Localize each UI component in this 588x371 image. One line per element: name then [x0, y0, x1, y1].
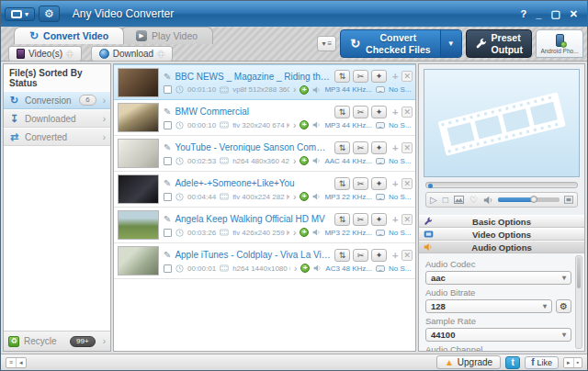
audio-bitrate-select[interactable]: 128 ▾ [425, 299, 552, 313]
tab-convert-video[interactable]: ↻ Convert Video [14, 27, 124, 44]
trim-button[interactable]: ✂ [353, 249, 368, 262]
transfer-button[interactable]: ⇅ [334, 249, 350, 262]
stop-button[interactable]: □ [442, 195, 449, 205]
transfer-button[interactable]: ⇅ [334, 177, 350, 190]
bitrate-settings-button[interactable]: ⚙ [556, 299, 571, 313]
add-task-icon[interactable]: + [300, 264, 310, 273]
convert-checked-files-button[interactable]: ↻ Convert Checked Files ▼ [340, 29, 461, 58]
app-menu-button[interactable]: ▾ [5, 7, 35, 21]
rename-icon[interactable]: ✎ [164, 142, 171, 152]
video-thumbnail[interactable] [118, 210, 159, 240]
twitter-button[interactable]: t [505, 356, 520, 369]
transfer-button[interactable]: ⇅ [334, 70, 350, 83]
file-row[interactable]: ✎ YouTube - Veronique Sanson Comme je l'… [114, 136, 415, 172]
effects-button[interactable]: ✦ [371, 249, 387, 262]
expand-chevron-icon[interactable]: › [293, 156, 296, 166]
volume-button[interactable] [482, 196, 494, 205]
row-checkbox[interactable] [164, 157, 172, 165]
add-icon[interactable]: + [392, 178, 398, 189]
effects-button[interactable]: ✦ [371, 141, 387, 154]
expand-chevron-icon[interactable]: › [294, 264, 297, 274]
add-task-icon[interactable]: + [300, 120, 309, 129]
file-row[interactable]: ✎ Adele+-+Someone+Like+You ⇅ ✂ ✦ + ✕ 00:… [114, 172, 415, 208]
panel-icon[interactable]: ▪ [573, 358, 582, 367]
add-icon[interactable]: + [392, 214, 398, 225]
options-scrollbar[interactable] [575, 255, 582, 349]
effects-button[interactable]: ✦ [371, 177, 387, 190]
section-basic-options[interactable]: Basic Options [419, 215, 584, 228]
row-checkbox[interactable] [164, 264, 172, 273]
trim-button[interactable]: ✂ [353, 106, 368, 118]
settings-button[interactable]: ⚙ [39, 6, 60, 22]
facebook-like-button[interactable]: f Like [525, 356, 559, 369]
close-button[interactable]: ✕ [570, 8, 578, 20]
preset-output-button[interactable]: Preset Output [466, 29, 532, 58]
collapse-left-icon[interactable]: ◂ [16, 358, 26, 367]
row-checkbox[interactable] [164, 85, 172, 94]
row-checkbox[interactable] [164, 121, 172, 129]
expand-chevron-icon[interactable]: › [293, 228, 296, 238]
minimize-button[interactable]: _ [536, 8, 541, 20]
seek-bar[interactable] [425, 182, 578, 188]
sample-rate-select[interactable]: 44100 ▾ [425, 328, 571, 342]
sidebar-item-converted[interactable]: ⇄ Converted › [4, 128, 110, 146]
file-row[interactable]: ✎ Apple iTunes - Coldplay - Viva La Vida… [114, 243, 415, 279]
rename-icon[interactable]: ✎ [164, 107, 171, 117]
sidebar-item-conversion[interactable]: ↻ Conversion 6 › [4, 91, 110, 109]
sidebar-item-downloaded[interactable]: ↧ Downloaded › [4, 109, 110, 128]
download-button[interactable]: Download + [91, 46, 173, 62]
convert-dropdown[interactable]: ▼ [440, 30, 461, 57]
volume-slider[interactable] [498, 197, 560, 202]
section-video-options[interactable]: Video Options [419, 228, 584, 241]
seek-handle[interactable] [428, 184, 433, 188]
view-mode-button[interactable]: ▾ ≡ [317, 36, 336, 51]
effects-button[interactable]: ✦ [371, 213, 387, 226]
video-preview-area[interactable] [424, 69, 580, 177]
effects-button[interactable]: ✦ [371, 106, 387, 118]
row-checkbox[interactable] [164, 193, 172, 201]
expand-chevron-icon[interactable]: › [293, 192, 296, 202]
rename-icon[interactable]: ✎ [164, 72, 171, 82]
upgrade-button[interactable]: ▲ Upgrade [436, 355, 501, 369]
remove-icon[interactable]: ✕ [401, 250, 413, 261]
sidebar-item-recycle[interactable]: ♻ Recycle 99+ › [4, 331, 110, 351]
remove-icon[interactable]: ✕ [401, 214, 413, 225]
transfer-button[interactable]: ⇅ [334, 141, 350, 154]
add-icon[interactable]: + [392, 250, 398, 261]
help-button[interactable]: ? [521, 8, 527, 20]
video-thumbnail[interactable] [118, 174, 159, 204]
remove-icon[interactable]: ✕ [401, 178, 413, 189]
rename-icon[interactable]: ✎ [164, 178, 171, 188]
tab-play-video[interactable]: ▶ Play Video [120, 27, 213, 44]
rename-icon[interactable]: ✎ [164, 214, 171, 224]
convert-main[interactable]: ↻ Convert Checked Files [341, 30, 440, 57]
output-profile-button[interactable]: Android Pho... [536, 29, 583, 58]
add-task-icon[interactable]: + [300, 156, 309, 165]
add-videos-button[interactable]: Video(s) + [8, 46, 82, 62]
trim-button[interactable]: ✂ [353, 70, 368, 83]
video-thumbnail[interactable] [118, 103, 159, 132]
file-row[interactable]: ✎ Angela Keep Walking Official HD MV ⇅ ✂… [114, 208, 415, 243]
snapshot-button[interactable] [453, 196, 465, 204]
maximize-button[interactable]: ▢ [550, 8, 560, 20]
expand-right-icon[interactable]: ▸ [564, 358, 573, 367]
add-task-icon[interactable]: + [300, 228, 309, 237]
row-checkbox[interactable] [164, 229, 172, 237]
remove-icon[interactable]: ✕ [401, 107, 413, 118]
file-row[interactable]: ✎ BBC NEWS _ Magazine _ Riding the Caspi… [114, 64, 415, 100]
favorite-button[interactable]: ♡ [469, 195, 479, 205]
audio-codec-select[interactable]: aac ▾ [425, 271, 571, 285]
video-thumbnail[interactable] [118, 246, 159, 275]
add-icon[interactable]: + [392, 107, 398, 118]
transfer-button[interactable]: ⇅ [334, 213, 350, 226]
add-task-icon[interactable]: + [300, 85, 309, 95]
play-button[interactable]: ▷ [429, 195, 438, 205]
remove-icon[interactable]: ✕ [401, 142, 413, 153]
rename-icon[interactable]: ✎ [164, 250, 171, 260]
add-icon[interactable]: + [392, 71, 398, 82]
trim-button[interactable]: ✂ [353, 213, 368, 226]
expand-chevron-icon[interactable]: › [293, 120, 296, 130]
scrollbar-thumb[interactable] [577, 257, 581, 288]
remove-icon[interactable]: ✕ [401, 71, 413, 82]
add-task-icon[interactable]: + [300, 192, 309, 201]
